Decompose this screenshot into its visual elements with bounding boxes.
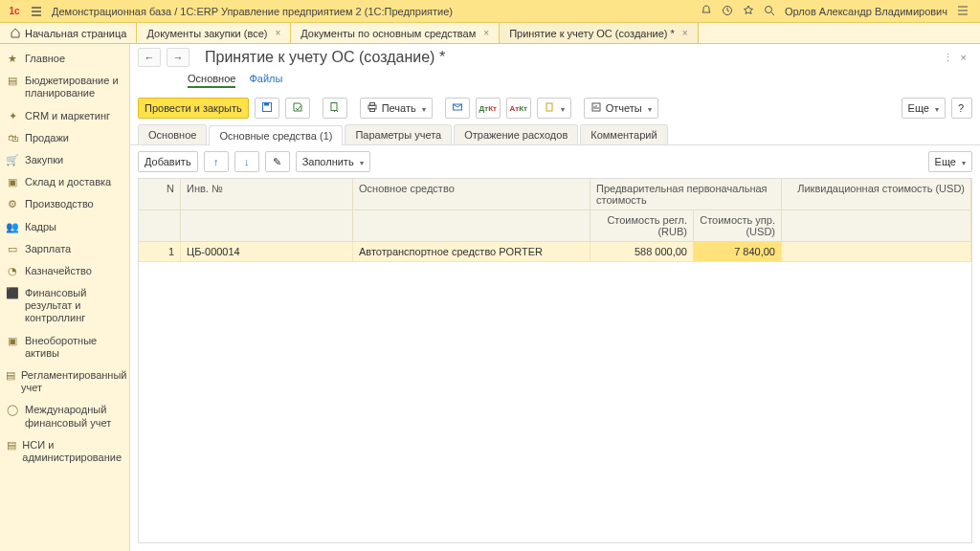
box-icon: ▣ (6, 176, 19, 188)
sidebar-item-nsi[interactable]: ▤НСИ и администрирование (0, 434, 129, 469)
pick-button[interactable]: ✎ (265, 151, 290, 172)
chart-icon: ▤ (6, 75, 19, 87)
sub-tabs: Основное Основные средства (1) Параметры… (130, 124, 980, 145)
sidebar-item-ifrs[interactable]: ◯Международный финансовый учет (0, 399, 129, 433)
col-n[interactable]: N (139, 179, 181, 209)
sidebar-item-salary[interactable]: ▭Зарплата (0, 238, 129, 260)
handshake-icon: ✦ (6, 110, 19, 122)
subtab-expenses[interactable]: Отражение расходов (454, 124, 578, 144)
tab-os-docs[interactable]: Документы по основным средствам × (291, 23, 500, 43)
reports-button[interactable]: Отчеты (584, 98, 658, 119)
col-regl[interactable]: Стоимость регл. (RUB) (590, 210, 694, 241)
close-icon[interactable]: × (483, 28, 489, 38)
history-icon[interactable] (722, 5, 733, 18)
close-form-icon[interactable]: × (961, 52, 967, 63)
subtab-os[interactable]: Основные средства (1) (209, 125, 343, 145)
print-button[interactable]: Печать (360, 98, 433, 119)
chevron-down-icon (420, 102, 426, 114)
dtkt-icon: АтКт (510, 104, 527, 113)
sidebar-item-crm[interactable]: ✦CRM и маркетинг (0, 105, 129, 127)
grid-more-button[interactable]: Еще (928, 151, 972, 172)
sidebar-item-warehouse[interactable]: ▣Склад и доставка (0, 171, 129, 193)
money-icon: ◔ (6, 265, 19, 277)
kebab-menu-icon[interactable]: ⋮ (943, 52, 953, 64)
dtkt-icon: ДтКт (479, 104, 497, 113)
sidebar-item-production[interactable]: ⚙Производство (0, 193, 129, 215)
move-down-button[interactable]: ↓ (234, 151, 259, 172)
sidebar-item-purchases[interactable]: 🛒Закупки (0, 149, 129, 171)
cell-upr[interactable]: 7 840,00 (694, 242, 782, 261)
dtkt-button[interactable]: ДтКт (476, 98, 501, 119)
tab-label: Документы закупки (все) (146, 28, 267, 39)
sidebar-item-noncurrent[interactable]: ▣Внеоборотные активы (0, 330, 129, 364)
search-icon[interactable] (764, 5, 775, 18)
doc-icon: ▤ (6, 369, 15, 382)
link-main[interactable]: Основное (188, 73, 235, 88)
grid-header-row2: Стоимость регл. (RUB) Стоимость упр. (US… (139, 210, 971, 242)
post-button[interactable] (285, 98, 310, 119)
wallet-icon: ▭ (6, 243, 19, 255)
tab-accept-os[interactable]: Принятие к учету ОС (создание) * × (500, 23, 698, 43)
table-row[interactable]: 1 ЦБ-000014 Автотранспортное средство PO… (139, 242, 971, 262)
sidebar-item-budgeting[interactable]: ▤Бюджетирование и планирование (0, 70, 129, 104)
wrench-icon: ▤ (6, 439, 16, 452)
close-icon[interactable]: × (275, 28, 280, 38)
chevron-down-icon (646, 102, 652, 114)
cell-liq[interactable] (782, 242, 971, 261)
bars-icon: ⬛ (6, 287, 19, 299)
menu-icon[interactable] (31, 6, 42, 17)
grid-header-row1: N Инв. № Основное средство Предварительн… (139, 179, 971, 210)
subtab-params[interactable]: Параметры учета (345, 124, 452, 144)
sidebar-item-finresult[interactable]: ⬛Финансовый результат и контроллинг (0, 282, 129, 330)
sidebar-item-treasury[interactable]: ◔Казначейство (0, 260, 129, 282)
cell-n[interactable]: 1 (139, 242, 181, 261)
col-precost[interactable]: Предварительная первоначальная стоимость (590, 179, 782, 209)
help-button[interactable]: ? (951, 98, 972, 119)
star-icon[interactable] (743, 5, 754, 18)
back-button[interactable]: ← (138, 48, 161, 67)
tab-start-page[interactable]: Начальная страница (0, 23, 137, 43)
cell-regl[interactable]: 588 000,00 (590, 242, 694, 261)
basedon-button[interactable] (323, 98, 347, 119)
subtab-main[interactable]: Основное (138, 124, 207, 144)
tab-purchase-docs[interactable]: Документы закупки (все) × (137, 23, 291, 43)
post-and-close-button[interactable]: Провести и закрыть (138, 98, 249, 119)
sidebar-item-sales[interactable]: 🛍Продажи (0, 127, 129, 149)
form-toolbar: Провести и закрыть Печать ДтКт АтКт Отче… (130, 94, 980, 122)
save-button[interactable] (255, 98, 279, 119)
sidebar-item-hr[interactable]: 👥Кадры (0, 216, 129, 238)
add-row-button[interactable]: Добавить (138, 151, 198, 172)
printer-icon (367, 101, 378, 115)
forward-button[interactable]: → (167, 48, 189, 67)
edo-button[interactable] (445, 98, 470, 119)
col-upr[interactable]: Стоимость упр. (USD) (694, 210, 782, 241)
attach-icon (544, 101, 555, 115)
chevron-down-icon (358, 156, 364, 167)
link-files[interactable]: Файлы (249, 73, 282, 88)
fill-button[interactable]: Заполнить (296, 151, 370, 172)
tab-label: Документы по основным средствам (301, 28, 476, 39)
user-name-label[interactable]: Орлов Александр Владимирович (785, 6, 947, 17)
subtab-comment[interactable]: Комментарий (580, 124, 667, 144)
col-liq[interactable]: Ликвидационная стоимость (USD) (782, 179, 971, 209)
dtkt-alt-button[interactable]: АтКт (506, 98, 531, 119)
envelope-icon (452, 101, 463, 115)
col-os[interactable]: Основное средство (353, 179, 590, 209)
close-icon[interactable]: × (682, 28, 688, 38)
more-button[interactable]: Еще (902, 98, 946, 119)
cell-os[interactable]: Автотранспортное средство PORTER (353, 242, 590, 261)
sidebar-item-main[interactable]: ★Главное (0, 48, 129, 70)
sidebar-item-regaccounting[interactable]: ▤Регламентированный учет (0, 364, 129, 399)
move-up-button[interactable]: ↑ (204, 151, 229, 172)
files-button[interactable] (537, 98, 571, 119)
panel-toggle-icon[interactable] (957, 5, 969, 18)
bell-icon[interactable] (701, 5, 712, 18)
cell-inv[interactable]: ЦБ-000014 (181, 242, 353, 261)
col-inv[interactable]: Инв. № (181, 179, 353, 209)
save-icon (261, 101, 273, 115)
form-nav-links: Основное Файлы (130, 71, 980, 94)
assets-grid[interactable]: N Инв. № Основное средство Предварительн… (138, 178, 972, 543)
svg-rect-3 (264, 103, 269, 106)
doc-arrow-icon (329, 101, 341, 115)
report-icon (590, 101, 602, 115)
